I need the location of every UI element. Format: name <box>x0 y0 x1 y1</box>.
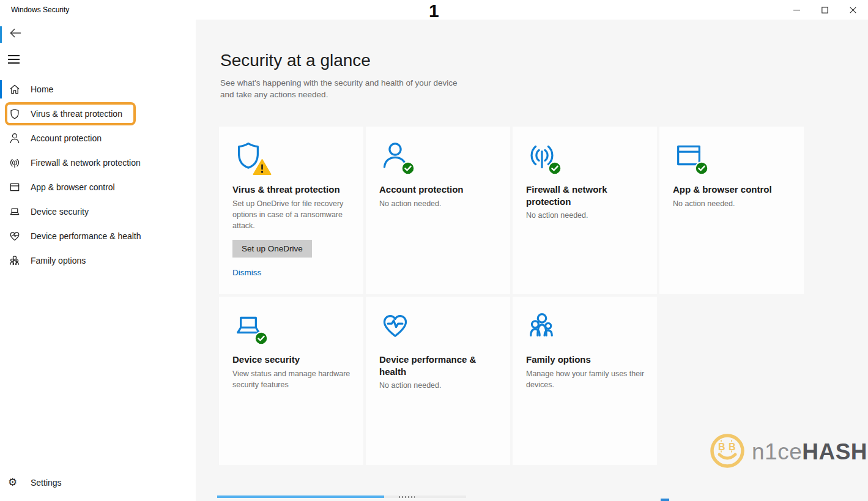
edge-accent-fragment <box>0 26 2 43</box>
sidebar-item-app-browser-control[interactable]: App & browser control <box>0 175 196 199</box>
sidebar-item-label: Home <box>31 84 53 94</box>
window-title: Windows Security <box>11 6 69 14</box>
sidebar-item-firewall-network-protection[interactable]: Firewall & network protection <box>0 150 196 175</box>
sidebar-item-label: Device security <box>31 207 89 217</box>
card-title: Firewall & network protection <box>526 184 636 207</box>
sidebar-item-family-options[interactable]: Family options <box>0 248 196 273</box>
annotation-step-number: 1 <box>429 1 439 21</box>
laptop-icon <box>9 206 21 218</box>
card-title: Family options <box>526 354 636 366</box>
nicehash-watermark: B B n1ceHASH <box>710 433 867 471</box>
card-app-browser-control[interactable]: App & browser control No action needed. <box>659 127 804 294</box>
sidebar-item-device-performance-health[interactable]: Device performance & health <box>0 224 196 248</box>
card-description: No action needed. <box>379 198 499 209</box>
card-description: Set up OneDrive for file recovery option… <box>232 198 352 231</box>
sidebar: Home Virus & threat protection Account p… <box>0 77 196 273</box>
card-description: No action needed. <box>673 198 793 209</box>
maximize-icon[interactable] <box>811 0 839 20</box>
sidebar-item-home[interactable]: Home <box>0 77 196 102</box>
card-description: No action needed. <box>379 380 499 391</box>
sidebar-item-settings[interactable]: ⚙ Settings <box>0 471 196 495</box>
card-title: Virus & threat protection <box>232 184 343 196</box>
sidebar-item-label: Account protection <box>31 133 102 143</box>
nicehash-smiley-icon: B B <box>710 433 745 471</box>
network-icon <box>9 157 21 169</box>
sidebar-item-label: App & browser control <box>31 182 115 192</box>
heart-icon <box>379 310 412 341</box>
security-cards-grid: Virus & threat protection Set up OneDriv… <box>219 127 804 465</box>
home-icon <box>9 83 21 95</box>
sidebar-item-account-protection[interactable]: Account protection <box>0 126 196 150</box>
sidebar-item-label: Family options <box>31 256 86 265</box>
card-account-protection[interactable]: Account protection No action needed. <box>366 127 510 294</box>
page-title: Security at a glance <box>220 51 371 70</box>
heart-icon <box>9 230 21 242</box>
bottom-strip-dots <box>399 496 415 498</box>
svg-text:B: B <box>729 442 736 452</box>
bottom-progress-strip <box>217 495 384 498</box>
nicehash-brand-text: n1ceHASH <box>752 439 867 465</box>
card-device-performance-health[interactable]: Device performance & health No action ne… <box>366 297 510 465</box>
main-content: Security at a glance See what's happenin… <box>196 20 868 501</box>
back-arrow-icon[interactable] <box>7 26 23 40</box>
card-title: Account protection <box>379 184 489 196</box>
titlebar: Windows Security 1 <box>0 0 868 20</box>
hamburger-menu-icon[interactable] <box>8 55 20 64</box>
ok-check-icon <box>401 161 415 175</box>
card-title: App & browser control <box>673 184 783 196</box>
card-virus-threat-protection[interactable]: Virus & threat protection Set up OneDriv… <box>219 127 363 294</box>
shield-icon <box>9 108 21 120</box>
window-controls <box>782 0 867 20</box>
gear-icon: ⚙ <box>8 477 17 489</box>
sidebar-item-label: Device performance & health <box>31 231 141 241</box>
family-icon <box>526 310 559 341</box>
sidebar-item-label: Firewall & network protection <box>31 158 141 168</box>
card-device-security[interactable]: Device security View status and manage h… <box>219 297 363 465</box>
ok-check-icon <box>254 332 268 345</box>
card-title: Device security <box>232 354 343 366</box>
minimize-icon[interactable] <box>782 0 811 20</box>
selected-indicator <box>0 80 2 98</box>
close-icon[interactable] <box>839 0 867 20</box>
svg-text:B: B <box>718 442 725 452</box>
sidebar-item-device-security[interactable]: Device security <box>0 199 196 224</box>
page-subtitle: See what's happening with the security a… <box>220 78 460 100</box>
setup-onedrive-button[interactable]: Set up OneDrive <box>232 240 312 258</box>
window-icon <box>9 181 21 193</box>
dismiss-link[interactable]: Dismiss <box>232 268 352 277</box>
windows-security-window: Windows Security 1 Home Virus & threat p… <box>0 0 868 501</box>
ok-check-icon <box>695 161 708 175</box>
card-description: No action needed. <box>526 210 646 221</box>
card-description: View status and manage hardware security… <box>232 368 352 390</box>
sidebar-item-label: Settings <box>31 478 62 488</box>
sidebar-item-virus-threat-protection[interactable]: Virus & threat protection <box>0 102 196 126</box>
family-icon <box>9 254 21 267</box>
warning-triangle-icon <box>253 158 272 176</box>
ok-check-icon <box>548 161 562 175</box>
bottom-blue-chip <box>661 499 669 501</box>
card-description: Manage how your family uses their device… <box>526 368 646 390</box>
user-icon <box>9 132 21 144</box>
card-family-options[interactable]: Family options Manage how your family us… <box>513 297 657 465</box>
sidebar-item-label: Virus & threat protection <box>31 109 122 119</box>
card-firewall-network-protection[interactable]: Firewall & network protection No action … <box>513 127 657 294</box>
card-title: Device performance & health <box>379 354 489 377</box>
